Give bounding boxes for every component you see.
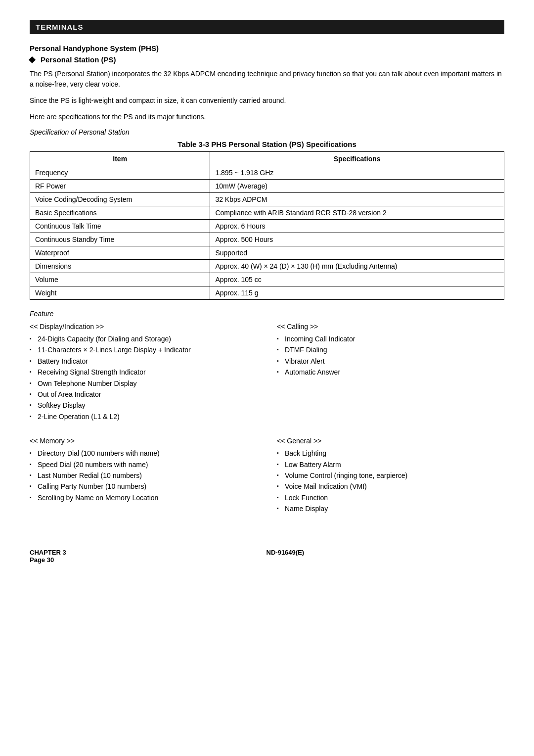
table-title: Table 3-3 PHS Personal Station (PS) Spec… [30, 140, 504, 148]
list-item: Vibrator Alert [277, 356, 504, 367]
list-item: Incoming Call Indicator [277, 333, 504, 344]
memory-header: << Memory >> [30, 437, 257, 445]
italic-caption: Specification of Personal Station [30, 128, 504, 136]
table-row: Basic SpecificationsCompliance with ARIB… [30, 206, 504, 220]
col-header-item: Item [30, 152, 210, 166]
table-row: VolumeApprox. 105 cc [30, 273, 504, 286]
list-item: Volume Control (ringing tone, earpierce) [277, 470, 504, 481]
footer-center: ND-91649(E) [267, 549, 305, 564]
list-item: Voice Mail Indication (VMI) [277, 481, 504, 492]
list-item: Directory Dial (100 numbers with name) [30, 448, 257, 459]
list-item: 11-Characters × 2-Lines Large Display + … [30, 344, 257, 355]
table-row: Voice Coding/Decoding System32 Kbps ADPC… [30, 193, 504, 206]
general-col: << General >> Back LightingLow Battery A… [277, 437, 504, 519]
list-item: DTMF Dialing [277, 344, 504, 355]
table-row: Continuous Standby TimeApprox. 500 Hours [30, 233, 504, 246]
subsection-title: Personal Station (PS) [30, 55, 504, 64]
footer: CHAPTER 3 Page 30 ND-91649(E) [30, 549, 504, 564]
list-item: Speed Dial (20 numbers with name) [30, 459, 257, 470]
table-row: Continuous Talk TimeApprox. 6 Hours [30, 220, 504, 233]
display-header: << Display/Indication >> [30, 323, 257, 331]
header-title: TERMINALS [36, 23, 84, 31]
feature-columns-top: << Display/Indication >> 24-Digits Capac… [30, 323, 504, 427]
calling-header: << Calling >> [277, 323, 504, 331]
section-main-title: Personal Handyphone System (PHS) [30, 44, 504, 52]
list-item: Receiving Signal Strength Indicator [30, 367, 257, 378]
page-label: Page 30 [30, 556, 66, 564]
table-row: WaterproofSupported [30, 246, 504, 260]
list-item: Battery Indicator [30, 356, 257, 367]
general-list: Back LightingLow Battery AlarmVolume Con… [277, 448, 504, 514]
calling-col: << Calling >> Incoming Call IndicatorDTM… [277, 323, 504, 427]
diamond-icon [29, 56, 36, 63]
calling-list: Incoming Call IndicatorDTMF DialingVibra… [277, 333, 504, 378]
list-item: Automatic Answer [277, 367, 504, 378]
list-item: Low Battery Alarm [277, 459, 504, 470]
feature-label: Feature [30, 310, 504, 318]
table-row: WeightApprox. 115 g [30, 286, 504, 300]
list-item: 24-Digits Capacity (for Dialing and Stor… [30, 333, 257, 344]
col-header-spec: Specifications [210, 152, 504, 166]
table-row: DimensionsApprox. 40 (W) × 24 (D) × 130 … [30, 260, 504, 273]
list-item: Out of Area Indicator [30, 389, 257, 400]
memory-col: << Memory >> Directory Dial (100 numbers… [30, 437, 257, 519]
list-item: 2-Line Operation (L1 & L2) [30, 411, 257, 422]
list-item: Scrolling by Name on Memory Location [30, 492, 257, 503]
paragraph-3: Here are specifications for the PS and i… [30, 112, 504, 122]
list-item: Lock Function [277, 492, 504, 503]
paragraph-2: Since the PS is light-weight and compact… [30, 95, 504, 106]
display-list: 24-Digits Capacity (for Dialing and Stor… [30, 333, 257, 422]
list-item: Softkey Display [30, 400, 257, 411]
header-bar: TERMINALS [30, 20, 504, 34]
general-header: << General >> [277, 437, 504, 445]
chapter-label: CHAPTER 3 [30, 549, 66, 556]
memory-list: Directory Dial (100 numbers with name)Sp… [30, 448, 257, 503]
paragraph-1: The PS (Personal Station) incorporates t… [30, 69, 504, 90]
specs-table: Item Specifications Frequency1.895 ~ 1.9… [30, 151, 504, 300]
table-row: RF Power10mW (Average) [30, 180, 504, 193]
feature-columns-bottom: << Memory >> Directory Dial (100 numbers… [30, 437, 504, 519]
list-item: Own Telephone Number Display [30, 378, 257, 389]
list-item: Last Number Redial (10 numbers) [30, 470, 257, 481]
table-row: Frequency1.895 ~ 1.918 GHz [30, 166, 504, 180]
list-item: Calling Party Number (10 numbers) [30, 481, 257, 492]
list-item: Name Display [277, 503, 504, 514]
list-item: Back Lighting [277, 448, 504, 459]
display-col: << Display/Indication >> 24-Digits Capac… [30, 323, 257, 427]
footer-left: CHAPTER 3 Page 30 [30, 549, 66, 564]
